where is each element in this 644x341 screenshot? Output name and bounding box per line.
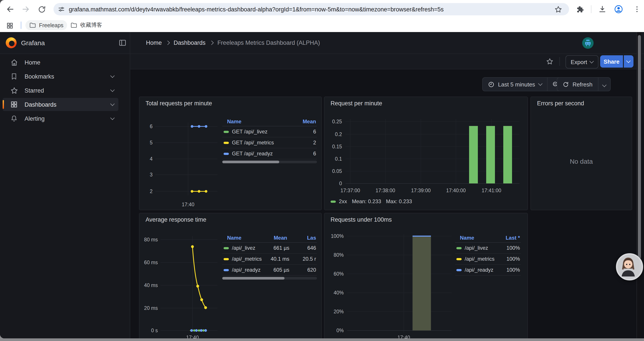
series-last: 100% [501,245,520,251]
p5-chart[interactable] [324,213,528,338]
chevron-down-icon[interactable] [110,102,115,106]
x-tick: 17:37:00 [337,188,364,193]
chevron-down-icon[interactable] [110,74,115,78]
bookmark-icon [10,72,18,81]
legend-row[interactable]: GET /api/_metrics 2 [222,137,317,148]
legend-row[interactable]: /api/_livez 100% [455,243,521,254]
extensions-icon[interactable] [574,4,585,15]
p4-chart[interactable] [140,213,321,338]
downloads-icon[interactable] [597,4,608,15]
legend-header: Name Last * [455,235,521,243]
grafana-logo[interactable] [6,37,17,48]
series-last: 20.5 r [294,256,316,262]
reload-button[interactable] [36,4,47,15]
series-mean: Mean: 0.233 [352,198,381,204]
bookmark-star-icon[interactable] [553,4,563,15]
col-name[interactable]: Name [227,119,241,125]
browser-window: grafana.mathmast.com/d/deytv4rwavabkb/fr… [0,0,644,338]
legend-row[interactable]: /api/_readyz 100% [455,265,521,276]
y-tick: 0.2 [327,132,342,137]
chevron-down-icon [538,81,542,86]
bookmark-folder-freeleaps[interactable]: Freeleaps [26,20,67,30]
legend-scrollbar[interactable] [222,161,317,163]
legend-row[interactable]: /api/_livez 661 µs 646 [222,243,317,254]
user-avatar[interactable] [582,37,594,49]
sidebar-item-home[interactable]: Home [3,56,118,69]
share-button[interactable]: Share [600,55,623,68]
p2-legend[interactable]: 2xx Mean: 0.233 Max: 0.233 [330,198,412,204]
y-tick: 20% [325,309,344,314]
y-tick: 0.05 [327,169,342,174]
y-tick: 0.15 [327,144,342,149]
chevron-right-icon [166,41,170,45]
legend-scrollbar[interactable] [222,277,317,279]
dock-menu-icon[interactable] [118,39,127,47]
apps-grid-icon[interactable] [4,20,15,31]
time-range-picker[interactable]: Last 5 minutes [483,81,547,88]
bookmark-folder-blogs[interactable]: 收藏博客 [67,20,106,30]
col-last[interactable]: Last * [506,235,520,241]
y-tick: 0% [325,328,344,333]
star-icon [10,86,18,95]
panel-errors-per-second[interactable]: Errors per second No data [530,97,632,210]
sidebar-item-bookmarks[interactable]: Bookmarks [3,70,118,83]
legend-row[interactable]: /api/_readyz 605 µs 620 [222,265,317,276]
panel-requests-under-100ms[interactable]: Requests under 100ms 100% 80% 60% 40% 20… [324,213,528,338]
scrollbar-thumb[interactable] [638,35,641,259]
col-mean[interactable]: Mean [274,235,287,241]
breadcrumb-home[interactable]: Home [146,40,162,46]
share-menu-button[interactable] [624,55,633,68]
url-text[interactable]: grafana.mathmast.com/d/deytv4rwavabkb/fr… [69,6,444,13]
legend-row[interactable]: GET /api/_readyz 6 [222,148,317,159]
sidebar-item-label: Starred [24,87,44,94]
legend-row[interactable]: /api/_metrics 40.1 ms 20.5 r [222,254,317,265]
no-data-message: No data [531,158,632,165]
brand-name[interactable]: Grafana [21,32,45,54]
avatar-girl-illustration [617,254,639,276]
x-tick: 17:40 [182,335,204,338]
panel-title[interactable]: Errors per second [537,100,584,107]
legend-row[interactable]: GET /api/_livez 6 [222,126,317,137]
col-name[interactable]: Name [460,235,474,241]
refresh-controls: Refresh [557,77,610,91]
x-tick: 17:40 [177,202,199,207]
col-mean[interactable]: Mean [303,119,316,125]
profile-icon[interactable] [613,4,624,15]
legend-row[interactable]: /api/_metrics 100% [455,254,521,265]
chevron-down-icon[interactable] [110,88,115,92]
sidebar-item-dashboards[interactable]: Dashboards [3,98,118,111]
page-scrollbar[interactable] [636,32,641,338]
floating-avatar[interactable] [616,253,643,280]
forward-button[interactable] [20,4,31,15]
panel-total-requests[interactable]: Total requests per minute 6 5 4 3 2 17:4… [139,97,322,210]
sidebar-item-starred[interactable]: Starred [3,84,118,97]
chevron-down-icon[interactable] [110,116,115,120]
url-bar[interactable]: grafana.mathmast.com/d/deytv4rwavabkb/fr… [54,3,569,15]
export-button[interactable]: Export [566,55,598,69]
col-last[interactable]: Las [307,235,316,241]
series-name: 2xx [339,198,347,204]
panel-avg-response-time[interactable]: Average response time 80 ms 60 ms 40 ms … [139,213,322,338]
y-tick: 0 s [140,328,158,333]
bell-icon [10,114,18,123]
back-button[interactable] [5,4,15,15]
refresh-interval-button[interactable] [598,81,610,88]
col-name[interactable]: Name [227,235,241,241]
time-controls: Last 5 minutes [482,77,564,91]
actions-divider [560,57,560,66]
series-name: /api/_metrics [465,256,494,262]
series-color-green [456,247,462,249]
menu-kebab-icon[interactable] [632,4,642,15]
refresh-button[interactable]: Refresh [557,81,598,88]
chevron-right-icon [209,41,214,45]
favorite-star-icon[interactable] [546,58,554,65]
folder-icon [70,22,78,29]
sidebar-item-alerting[interactable]: Alerting [3,112,118,125]
y-tick: 40% [325,290,344,295]
panel-request-per-minute[interactable]: Request per minute 0.25 0.2 0.15 0.1 0.0… [324,97,528,210]
series-color-green [330,200,336,203]
site-settings-icon[interactable] [58,6,65,13]
breadcrumb-dashboards[interactable]: Dashboards [174,40,206,46]
series-color-blue [456,269,462,271]
sidebar-item-label: Dashboards [24,101,56,108]
